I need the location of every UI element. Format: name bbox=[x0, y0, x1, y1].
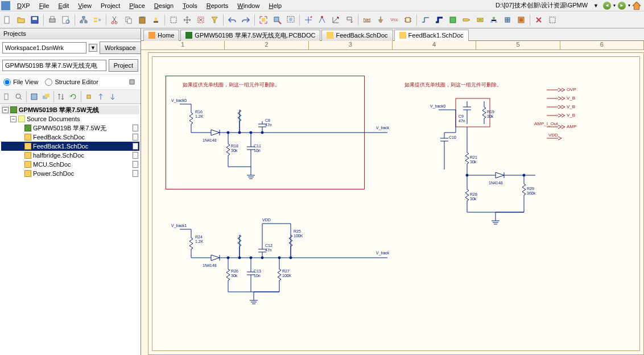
mt-expand-icon[interactable] bbox=[83, 91, 94, 102]
sheet-button[interactable] bbox=[447, 14, 459, 26]
mt-stack-icon[interactable] bbox=[40, 91, 52, 102]
part-button[interactable] bbox=[402, 14, 414, 26]
workspace-input[interactable] bbox=[2, 42, 86, 53]
menu-help[interactable]: Help bbox=[264, 1, 286, 10]
comp-label: 1N4148 bbox=[203, 263, 217, 268]
workspace-button[interactable]: Workspace bbox=[100, 42, 141, 54]
sch-icon bbox=[399, 32, 406, 39]
project-button[interactable]: Project bbox=[109, 59, 138, 72]
nav-back-button[interactable]: ◄ bbox=[602, 1, 612, 11]
signal-button[interactable] bbox=[501, 14, 514, 26]
tree-item[interactable]: FeedBack.SchDoc bbox=[1, 133, 139, 142]
cross-probe-button[interactable] bbox=[302, 14, 315, 26]
copy-button[interactable] bbox=[122, 14, 135, 26]
filter-button[interactable] bbox=[208, 14, 221, 26]
select-area-button[interactable] bbox=[167, 14, 180, 26]
document-tab[interactable]: Home bbox=[143, 30, 179, 41]
svg-rect-8 bbox=[80, 21, 82, 23]
harness-button[interactable] bbox=[488, 14, 500, 26]
file-path[interactable]: D:\[07]技术创新\设计资源\GPMW bbox=[492, 1, 591, 10]
project-tree[interactable]: − GPMW5019B 苹果7.5W无线 − Source Documents … bbox=[0, 104, 141, 355]
comp-label: R24 1.2K bbox=[195, 235, 203, 243]
schematic-canvas[interactable]: 123456 如果提供充单线圈，则这一组元件可删除。 如果提供充单线圈，则这一组… bbox=[141, 41, 644, 355]
hierarchy-button[interactable] bbox=[77, 14, 90, 26]
tree-item[interactable]: MCU.SchDoc bbox=[1, 160, 139, 169]
paste-button[interactable] bbox=[136, 14, 148, 26]
nav-home-button[interactable] bbox=[631, 1, 642, 11]
tree-button[interactable] bbox=[91, 14, 104, 26]
nav-fwd-button[interactable]: ► bbox=[617, 1, 627, 11]
sheet-entry-button[interactable] bbox=[474, 14, 486, 26]
vcc-button[interactable]: Vcc bbox=[388, 14, 401, 26]
print-button[interactable] bbox=[46, 14, 59, 26]
menu-edit[interactable]: Edit bbox=[53, 1, 73, 10]
menu-file[interactable]: File bbox=[35, 1, 54, 10]
deselect-button[interactable] bbox=[195, 14, 207, 26]
bus-button[interactable] bbox=[433, 14, 445, 26]
menu-place[interactable]: Place bbox=[125, 1, 150, 10]
mt-compile-icon[interactable] bbox=[28, 91, 40, 102]
zoom-area-button[interactable] bbox=[271, 14, 283, 26]
workspace-dropdown-icon[interactable]: ▼ bbox=[89, 44, 97, 52]
svg-rect-31 bbox=[493, 17, 495, 19]
structure-editor-radio[interactable]: Structure Editor bbox=[45, 79, 98, 86]
device-sheet-button[interactable] bbox=[515, 14, 527, 26]
port-button[interactable] bbox=[460, 14, 473, 26]
browser-button[interactable] bbox=[343, 14, 356, 26]
menu-dxp[interactable]: DXP bbox=[13, 1, 35, 10]
select-pcb-button[interactable] bbox=[316, 14, 328, 26]
tree-item[interactable]: Power.SchDoc bbox=[1, 169, 139, 178]
panel-settings-icon[interactable] bbox=[127, 77, 137, 87]
svg-point-53 bbox=[278, 257, 280, 259]
move-button[interactable] bbox=[181, 14, 193, 26]
svg-rect-37 bbox=[130, 80, 134, 84]
project-input[interactable] bbox=[2, 60, 106, 71]
document-tab[interactable]: FeedBack.SchDoc bbox=[321, 30, 393, 41]
collapse-icon[interactable]: − bbox=[2, 107, 9, 113]
tree-root[interactable]: − GPMW5019B 苹果7.5W无线 bbox=[1, 105, 139, 114]
tree-item[interactable]: halfbridge.SchDoc bbox=[1, 151, 139, 160]
mt-demote-icon[interactable] bbox=[107, 91, 118, 102]
tree-folder[interactable]: − Source Documents bbox=[1, 114, 139, 123]
mt-promote-icon[interactable] bbox=[95, 91, 106, 102]
menu-project[interactable]: Project bbox=[96, 1, 125, 10]
new-button[interactable] bbox=[1, 14, 14, 26]
svg-rect-3 bbox=[49, 19, 55, 22]
svg-point-27 bbox=[321, 16, 323, 18]
rubber-stamp-button[interactable] bbox=[150, 14, 162, 26]
menu-reports[interactable]: Reports bbox=[202, 1, 233, 10]
pcb-icon bbox=[185, 32, 192, 39]
preview-button[interactable] bbox=[60, 14, 72, 26]
wire-button[interactable] bbox=[419, 14, 432, 26]
document-tab[interactable]: FeedBack1.SchDoc bbox=[394, 30, 469, 41]
save-button[interactable] bbox=[28, 14, 41, 26]
comp-label: R28 30k bbox=[470, 192, 477, 201]
net-button[interactable]: Net bbox=[361, 14, 373, 26]
no-erc-button[interactable] bbox=[532, 14, 545, 26]
menu-view[interactable]: View bbox=[73, 1, 96, 10]
place-text-button[interactable] bbox=[546, 14, 559, 26]
cut-button[interactable] bbox=[109, 14, 121, 26]
comp-label: R29 360k bbox=[527, 187, 535, 195]
document-tab[interactable]: GPMW5019B 苹果7.5W无线充电.PCBDOC bbox=[180, 30, 320, 41]
menu-window[interactable]: Window bbox=[233, 1, 264, 10]
redo-button[interactable] bbox=[240, 14, 252, 26]
comp-label: 1N4148 bbox=[489, 181, 503, 185]
gnd-button[interactable] bbox=[374, 14, 387, 26]
mt-new-icon[interactable] bbox=[1, 91, 13, 102]
menu-design[interactable]: Design bbox=[150, 1, 178, 10]
open-button[interactable] bbox=[15, 14, 27, 26]
svg-rect-12 bbox=[98, 19, 101, 21]
file-view-radio[interactable]: File View bbox=[3, 79, 38, 86]
undo-button[interactable] bbox=[226, 14, 238, 26]
mt-order-icon[interactable] bbox=[56, 91, 67, 102]
explorer-button[interactable] bbox=[329, 14, 342, 26]
mt-refresh-icon[interactable] bbox=[68, 91, 79, 102]
zoom-select-button[interactable] bbox=[284, 14, 297, 26]
mt-locate-icon[interactable] bbox=[13, 91, 24, 102]
zoom-fit-button[interactable] bbox=[257, 14, 270, 26]
tree-item[interactable]: GPMW5019B 苹果7.5W无 bbox=[1, 123, 139, 133]
menu-tools[interactable]: Tools bbox=[178, 1, 202, 10]
tree-item[interactable]: FeedBack1.SchDoc bbox=[1, 142, 139, 151]
collapse-icon[interactable]: − bbox=[10, 116, 16, 122]
